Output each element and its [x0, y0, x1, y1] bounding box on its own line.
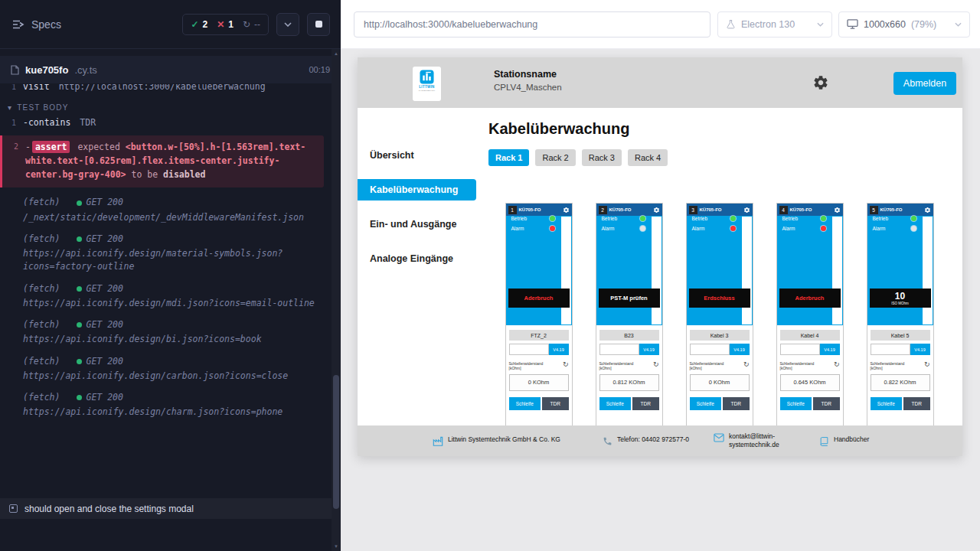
loop-resistance-label: Schleifenwiderstand [kOhm] — [690, 361, 734, 371]
name-input[interactable] — [599, 344, 639, 355]
footer-email-text: kontakt@littwin-systemtechnik.de — [729, 432, 796, 450]
refresh-icon[interactable]: ↻ — [743, 361, 750, 368]
device-number-badge: 4 — [779, 206, 788, 214]
fetch-log-entry[interactable]: (fetch) GET 200 https://api.iconify.desi… — [0, 233, 332, 274]
station-name: CPLV4_Maschen — [494, 83, 562, 92]
tab-rack-2[interactable]: Rack 2 — [535, 149, 575, 166]
app-footer: Littwin Systemtechnik GmbH & Co. KG Tele… — [358, 425, 962, 456]
card-gear-icon[interactable] — [834, 207, 841, 214]
browser-select[interactable]: Electron 130 — [717, 11, 832, 37]
tdr-button[interactable]: TDR — [723, 397, 750, 410]
fetch-log-entry[interactable]: (fetch) GET 200 https://api.iconify.desi… — [0, 282, 332, 311]
chevron-down-icon — [817, 22, 824, 27]
status-text: Aderbruch — [524, 295, 554, 302]
status-display: 10 ISO MOhm — [870, 289, 931, 308]
device-status-panel: Betrieb Alarm Aderbruch — [777, 216, 843, 325]
refresh-icon[interactable]: ↻ — [834, 361, 840, 368]
schleife-button[interactable]: Schleife — [871, 397, 902, 410]
test-body-section[interactable]: ▾ TEST BODY — [0, 94, 332, 115]
name-input[interactable] — [780, 344, 820, 355]
collapse-button[interactable] — [276, 13, 299, 36]
next-test-bar[interactable]: should open and close the settings modal — [0, 498, 332, 519]
loop-resistance-value: 0 KOhm — [509, 374, 569, 391]
device-card: 4 KÜ705-FO Betrieb — [776, 203, 844, 425]
alarm-led — [730, 226, 736, 231]
device-card-header: 2 KÜ705-FO — [596, 204, 662, 216]
success-dot-icon — [77, 395, 82, 400]
command-contains[interactable]: 1 -contains TDR — [0, 115, 332, 130]
tdr-button[interactable]: TDR — [813, 397, 840, 410]
card-gear-icon[interactable] — [924, 207, 931, 214]
name-input[interactable] — [690, 344, 730, 355]
name-input[interactable] — [871, 344, 910, 355]
status-unit: ISO MOhm — [891, 302, 909, 305]
fetch-status-text: GET 200 — [86, 355, 122, 368]
betrieb-label: Betrieb — [873, 216, 889, 221]
viewport-zoom: (79%) — [911, 19, 936, 30]
scroll-down-icon[interactable]: ▼ — [332, 544, 341, 549]
led-strip — [832, 217, 842, 324]
scroll-up-icon[interactable]: ▲ — [332, 51, 341, 56]
tab-rack-4[interactable]: Rack 4 — [628, 149, 668, 166]
device-status-panel: Betrieb Alarm Aderbruch — [506, 216, 572, 325]
phone-icon — [603, 436, 612, 446]
cable-name: Kabel 3 — [690, 330, 750, 341]
factory-icon — [433, 436, 443, 447]
name-input[interactable] — [509, 344, 549, 355]
loop-resistance-value: 0.822 KOhm — [871, 374, 930, 391]
scrollbar-thumb[interactable] — [333, 375, 339, 509]
fetch-log-entry[interactable]: (fetch) GET 200 https://api.iconify.desi… — [0, 318, 332, 347]
settings-gear-icon[interactable] — [812, 74, 829, 94]
nav-item-uebersicht[interactable]: Übersicht — [358, 145, 476, 166]
card-gear-icon[interactable] — [653, 207, 660, 214]
chevron-down-icon — [284, 22, 292, 27]
specs-menu-button[interactable]: Specs — [12, 18, 61, 31]
fetch-log-entry[interactable]: (fetch) GET 200 https://api.iconify.desi… — [0, 355, 332, 383]
reporter-scrollbar[interactable]: ▲ ▼ — [332, 49, 341, 551]
refresh-icon[interactable]: ↻ — [653, 361, 659, 368]
refresh-icon[interactable]: ↻ — [563, 361, 569, 368]
tdr-button[interactable]: TDR — [542, 397, 569, 410]
logout-button[interactable]: Abmelden — [893, 72, 956, 95]
spec-header[interactable]: kue705fo.cy.ts 00:19 — [0, 56, 341, 83]
schleife-button[interactable]: Schleife — [690, 397, 721, 410]
fetch-log-entry[interactable]: (fetch) GET 200 https://api.iconify.desi… — [0, 391, 332, 419]
alarm-label: Alarm — [602, 226, 615, 231]
fetch-url: /_next/static/development/_devMiddleware… — [23, 211, 321, 224]
failed-assert[interactable]: 2 -assert expected <button.w-[50%].h-[1.… — [0, 135, 324, 187]
viewport-select[interactable]: 1000x660 (79%) — [838, 11, 970, 37]
cable-name: B23 — [599, 330, 659, 341]
card-gear-icon[interactable] — [563, 207, 570, 214]
alarm-label: Alarm — [873, 226, 886, 231]
footer-manuals[interactable]: Handbücher — [819, 435, 887, 447]
refresh-icon[interactable]: ↻ — [924, 361, 930, 368]
tab-rack-3[interactable]: Rack 3 — [582, 149, 622, 166]
betrieb-label: Betrieb — [692, 216, 708, 221]
betrieb-led — [911, 216, 916, 221]
schleife-button[interactable]: Schleife — [780, 397, 812, 410]
nav-item-ein-und-ausgaenge[interactable]: Ein- und Ausgänge — [358, 214, 476, 235]
littwin-logo: LITTWIN SYSTEMTECHNIK — [413, 67, 441, 101]
cable-name: Kabel 4 — [780, 330, 840, 341]
status-text: Erdschluss — [704, 295, 734, 302]
device-number-badge: 2 — [599, 206, 607, 214]
success-dot-icon — [77, 236, 82, 242]
nav-item-kabelueberwachung[interactable]: Kabelüberwachung — [358, 179, 476, 201]
tab-rack-1[interactable]: Rack 1 — [488, 149, 529, 166]
passed-stat: ✓2 — [191, 19, 207, 30]
url-input[interactable] — [354, 11, 710, 37]
command-visit[interactable]: 1 visit http://localhost:3000/kabelueber… — [0, 84, 332, 94]
fetch-log-entry[interactable]: (fetch) GET 200 /_next/static/developmen… — [0, 196, 332, 224]
nav-item-analoge-eingaenge[interactable]: Analoge Eingänge — [358, 248, 476, 269]
card-gear-icon[interactable] — [743, 207, 750, 214]
device-card: 1 KÜ705-FO Betrieb — [505, 203, 573, 425]
alarm-led — [640, 226, 645, 231]
tdr-button[interactable]: TDR — [903, 397, 930, 410]
schleife-button[interactable]: Schleife — [599, 397, 631, 410]
loop-resistance-label: Schleifenwiderstand [kOhm] — [780, 361, 825, 371]
device-card-header: 1 KÜ705-FO — [506, 204, 572, 216]
stop-button[interactable] — [307, 13, 330, 36]
tdr-button[interactable]: TDR — [632, 397, 659, 410]
command-log[interactable]: 1 visit http://localhost:3000/kabelueber… — [0, 84, 332, 497]
schleife-button[interactable]: Schleife — [509, 397, 541, 410]
